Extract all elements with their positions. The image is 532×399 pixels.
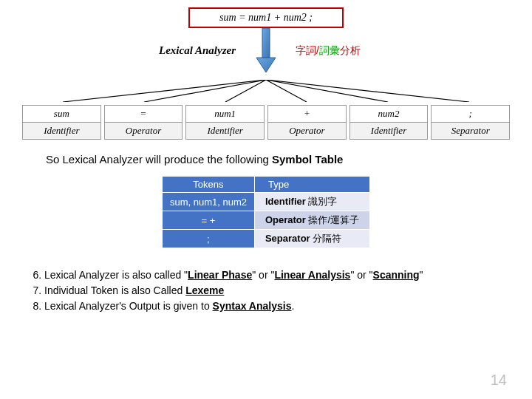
diagram-area: sum = num1 + num2 ; Lexical Analyzer 字詞/… [22, 7, 510, 140]
token-col: ; Separator [431, 105, 510, 140]
cn-suffix: 分析 [340, 44, 361, 56]
table-row: ; Separator 分隔符 [162, 230, 369, 248]
token-col: sum Identifier [22, 105, 101, 140]
token-value: + [268, 106, 346, 123]
token-type: Separator [432, 123, 509, 139]
cell-tokens: ; [162, 230, 254, 248]
token-col: = Operator [104, 105, 183, 140]
symbol-table: Tokens Type sum, num1, num2 Identifier 識… [162, 176, 370, 248]
token-type: Identifier [186, 123, 264, 139]
source-code-box: sum = num1 + num2 ; [188, 7, 344, 28]
analyzer-label: Lexical Analyzer [159, 44, 236, 57]
note-7: Individual Token is also Called Lexeme [44, 283, 510, 299]
token-value: = [105, 106, 183, 123]
intro-prefix: So Lexical Analyzer will produce the fol… [46, 153, 272, 166]
analyzer-label-cn: 字詞/詞彙分析 [296, 44, 361, 58]
cn-green: 詞彙 [319, 44, 340, 56]
arrow-section: Lexical Analyzer 字詞/詞彙分析 [22, 28, 510, 80]
cell-type: Separator 分隔符 [254, 230, 369, 248]
token-col: + Operator [267, 105, 347, 140]
th-tokens: Tokens [162, 177, 254, 193]
token-col: num1 Identifier [185, 105, 265, 140]
table-row: sum, num1, num2 Identifier 識別字 [162, 193, 369, 211]
token-grid: sum Identifier = Operator num1 Identifie… [22, 105, 510, 140]
intro-bold: Symbol Table [272, 153, 343, 166]
token-col: num2 Identifier [349, 105, 429, 140]
note-8: Lexical Analyzer's Output is given to Sy… [44, 299, 510, 314]
svg-marker-1 [256, 58, 276, 72]
token-value: sum [23, 106, 100, 123]
fan-out-lines [22, 80, 510, 102]
token-value: ; [432, 106, 509, 123]
notes-list: Lexical Analyzer is also called "Linear … [30, 267, 510, 314]
token-value: num2 [350, 106, 428, 123]
intro-text: So Lexical Analyzer will produce the fol… [46, 153, 510, 166]
table-row: = + Operator 操作/運算子 [162, 211, 369, 230]
table-header-row: Tokens Type [162, 177, 369, 193]
cell-tokens: sum, num1, num2 [162, 193, 254, 211]
th-type: Type [254, 177, 369, 193]
token-type: Operator [268, 123, 346, 139]
cell-type: Operator 操作/運算子 [254, 211, 369, 230]
page-number: 14 [491, 372, 507, 389]
token-value: num1 [186, 106, 264, 123]
cell-type: Identifier 識別字 [254, 193, 369, 211]
token-type: Operator [105, 123, 183, 139]
arrow-down-icon [255, 28, 277, 74]
cell-tokens: = + [162, 211, 254, 230]
note-6: Lexical Analyzer is also called "Linear … [44, 267, 510, 283]
svg-rect-0 [262, 28, 270, 58]
token-type: Identifier [23, 123, 100, 139]
token-type: Identifier [350, 123, 428, 139]
cn-prefix: 字詞/ [296, 44, 319, 56]
